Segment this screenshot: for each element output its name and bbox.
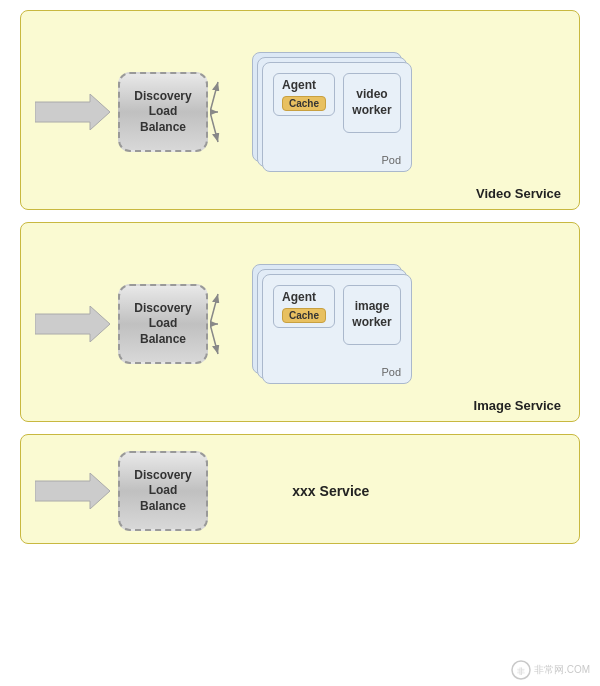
image-service-label: Image Service	[474, 398, 561, 413]
video-worker-box: videoworker	[343, 73, 401, 133]
video-service-label: Video Service	[476, 186, 561, 201]
video-cache-badge: Cache	[282, 96, 326, 111]
image-pod-label: Pod	[381, 366, 401, 378]
image-worker-label: imageworker	[352, 299, 391, 330]
watermark: 非 非常网.COM	[511, 660, 590, 680]
video-lb-block: DiscoveryLoadBalance	[118, 72, 208, 152]
xxx-service-label: xxx Service	[292, 483, 369, 499]
image-cache-badge: Cache	[282, 308, 326, 323]
svg-marker-15	[35, 473, 110, 509]
xxx-service-panel: DiscoveryLoadBalance xxx Service	[20, 434, 580, 544]
image-lb-block: DiscoveryLoadBalance	[118, 284, 208, 364]
xxx-lb-text: DiscoveryLoadBalance	[134, 468, 191, 515]
watermark-text: 非常网.COM	[534, 663, 590, 677]
image-service-panel: DiscoveryLoadBalance	[20, 222, 580, 422]
svg-marker-1	[35, 94, 110, 130]
xxx-incoming-arrow	[35, 473, 110, 509]
svg-marker-8	[35, 306, 110, 342]
image-worker-box: imageworker	[343, 285, 401, 345]
svg-line-5	[210, 82, 218, 112]
image-incoming-arrow	[35, 306, 110, 342]
image-lb-text: DiscoveryLoadBalance	[134, 301, 191, 348]
main-container: DiscoveryLoadBalance	[0, 0, 600, 686]
video-incoming-arrow	[35, 94, 110, 130]
video-lb-arrows	[210, 62, 250, 162]
image-pod-stack: Agent Cache imageworker Pod	[252, 264, 422, 394]
svg-line-12	[210, 294, 218, 324]
video-service-panel: DiscoveryLoadBalance	[20, 10, 580, 210]
video-agent-box: Agent Cache	[273, 73, 335, 116]
video-pod-stack: Agent Cache videoworker Pod	[252, 52, 422, 182]
image-agent-box: Agent Cache	[273, 285, 335, 328]
svg-line-7	[210, 112, 218, 142]
video-worker-label: videoworker	[352, 87, 391, 118]
image-agent-label: Agent	[282, 290, 316, 304]
video-agent-label: Agent	[282, 78, 316, 92]
video-lb-text: DiscoveryLoadBalance	[134, 89, 191, 136]
svg-line-14	[210, 324, 218, 354]
video-pod-label: Pod	[381, 154, 401, 166]
xxx-lb-block: DiscoveryLoadBalance	[118, 451, 208, 531]
svg-text:非: 非	[517, 667, 525, 676]
image-lb-arrows	[210, 274, 250, 374]
